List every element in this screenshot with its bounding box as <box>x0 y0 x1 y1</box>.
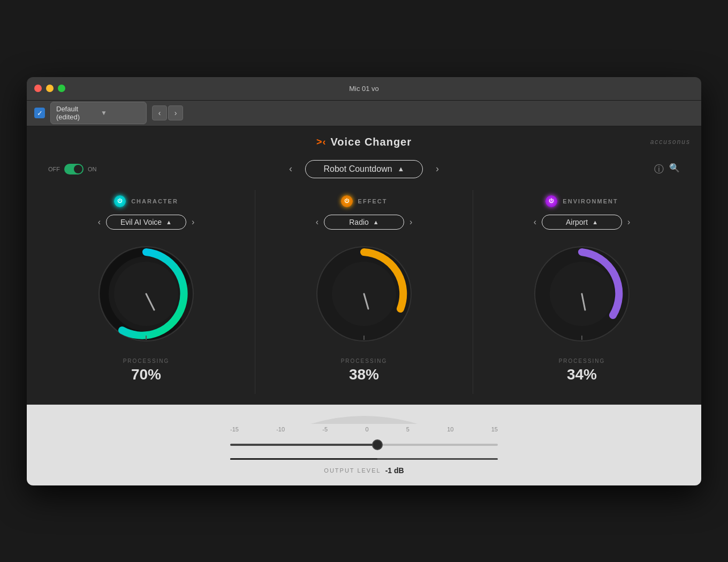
plugin-main: >‹ Voice Changer accusonus OFF ON ‹ Robo… <box>27 126 701 485</box>
power-toggle-track[interactable] <box>64 164 84 174</box>
effect-power-icon[interactable] <box>341 195 353 207</box>
scale-plus10: 10 <box>447 426 453 432</box>
output-level-label: OUTPUT LEVEL <box>324 467 381 474</box>
effect-section: EFFECT ‹ Radio ▲ › <box>255 190 473 394</box>
scale-plus5: 5 <box>406 426 410 432</box>
effect-knob[interactable] <box>310 240 418 347</box>
app-window: Mic 01 vo ✓ Default (edited) ▼ ‹ › >‹ Vo… <box>27 77 701 485</box>
plugin-title-icon: >‹ <box>316 136 327 148</box>
environment-section: ENVIRONMENT ‹ Airport ▲ › <box>473 190 691 394</box>
nav-next-button[interactable]: › <box>168 105 183 120</box>
effect-prev-button[interactable]: ‹ <box>316 217 318 227</box>
power-on-label: ON <box>88 166 97 172</box>
nav-arrows: ‹ › <box>152 105 183 120</box>
effect-header: EFFECT <box>263 195 465 207</box>
character-header: CHARACTER <box>46 195 247 207</box>
scale-minus5: -5 <box>322 426 328 432</box>
traffic-lights <box>34 85 65 92</box>
environment-header: ENVIRONMENT <box>481 195 682 207</box>
output-section: -15 -10 -5 0 5 10 15 OUTPUT LEVEL -1 dB <box>27 405 701 485</box>
close-button[interactable] <box>34 85 42 92</box>
environment-power-icon[interactable] <box>545 195 557 207</box>
dropdown-arrow-icon: ▼ <box>101 109 141 117</box>
preset-next-button[interactable]: › <box>431 161 443 177</box>
character-label: CHARACTER <box>131 198 178 204</box>
preset-dropdown[interactable]: Default (edited) ▼ <box>50 102 147 124</box>
effect-next-button[interactable]: › <box>410 217 412 227</box>
output-level-value: -1 dB <box>385 466 404 475</box>
slider-filled <box>230 444 377 446</box>
environment-processing-value: 34% <box>567 366 597 383</box>
scale-minus15: -15 <box>230 426 239 432</box>
window-title: Mic 01 vo <box>349 85 379 93</box>
preset-icons: ⓘ 🔍 <box>654 163 680 176</box>
nav-prev-button[interactable]: ‹ <box>152 105 167 120</box>
preset-prev-button[interactable]: ‹ <box>285 161 297 177</box>
output-scale: -15 -10 -5 0 5 10 15 <box>230 426 498 432</box>
sections-row: CHARACTER ‹ Evil AI Voice ▲ › <box>27 185 701 405</box>
accusonus-logo: accusonus <box>650 138 691 146</box>
character-next-button[interactable]: › <box>192 217 194 227</box>
effect-label: EFFECT <box>358 198 388 204</box>
effect-preset-row: ‹ Radio ▲ › <box>316 215 413 230</box>
environment-preset-name: Airport <box>566 218 588 226</box>
character-processing-label: PROCESSING <box>123 358 170 364</box>
main-preset-box[interactable]: Robot Countdown ▲ <box>305 160 423 178</box>
character-preset-box[interactable]: Evil AI Voice ▲ <box>106 215 186 230</box>
environment-preset-arrow: ▲ <box>592 219 598 225</box>
scale-zero: 0 <box>365 426 368 432</box>
environment-label: ENVIRONMENT <box>563 198 618 204</box>
main-preset-name: Robot Countdown <box>324 164 392 174</box>
character-preset-arrow: ▲ <box>166 219 172 225</box>
output-level-row: OUTPUT LEVEL -1 dB <box>324 466 404 475</box>
preset-dropdown-icon: ▲ <box>398 165 405 173</box>
preset-dropdown-label: Default (edited) <box>56 105 96 121</box>
power-toggle-knob <box>74 165 82 173</box>
character-power-icon[interactable] <box>114 195 126 207</box>
effect-processing-value: 38% <box>349 366 379 383</box>
maximize-button[interactable] <box>58 85 65 92</box>
environment-processing-label: PROCESSING <box>559 358 605 364</box>
search-icon[interactable]: 🔍 <box>669 163 680 176</box>
plugin-title: >‹ Voice Changer <box>316 136 412 148</box>
environment-preset-box[interactable]: Airport ▲ <box>542 215 622 230</box>
environment-knob[interactable] <box>528 240 635 347</box>
character-processing-value: 70% <box>131 366 161 383</box>
plugin-title-text: Voice Changer <box>330 136 412 148</box>
character-knob[interactable] <box>93 240 200 347</box>
output-slider[interactable] <box>230 437 498 453</box>
scale-plus15: 15 <box>491 426 498 432</box>
character-prev-button[interactable]: ‹ <box>98 217 101 227</box>
slider-thumb[interactable] <box>372 439 383 450</box>
environment-preset-row: ‹ Airport ▲ › <box>534 215 631 230</box>
title-bar: Mic 01 vo <box>27 77 701 101</box>
toolbar: ✓ Default (edited) ▼ ‹ › <box>27 101 701 126</box>
info-icon[interactable]: ⓘ <box>654 163 664 176</box>
effect-preset-name: Radio <box>349 218 369 226</box>
character-section: CHARACTER ‹ Evil AI Voice ▲ › <box>37 190 255 394</box>
character-preset-row: ‹ Evil AI Voice ▲ › <box>98 215 195 230</box>
environment-prev-button[interactable]: ‹ <box>534 217 536 227</box>
effect-processing-label: PROCESSING <box>341 358 388 364</box>
effect-preset-arrow: ▲ <box>373 219 379 225</box>
power-off-label: OFF <box>48 166 60 172</box>
plugin-header: >‹ Voice Changer accusonus <box>27 126 701 154</box>
power-toggle[interactable]: OFF ON <box>48 164 97 174</box>
minimize-button[interactable] <box>46 85 54 92</box>
character-preset-name: Evil AI Voice <box>120 218 162 226</box>
enable-checkbox[interactable]: ✓ <box>34 108 45 118</box>
effect-preset-box[interactable]: Radio ▲ <box>324 215 404 230</box>
environment-next-button[interactable]: › <box>627 217 630 227</box>
preset-section: OFF ON ‹ Robot Countdown ▲ › ⓘ 🔍 <box>27 154 701 185</box>
scale-minus10: -10 <box>276 426 285 432</box>
